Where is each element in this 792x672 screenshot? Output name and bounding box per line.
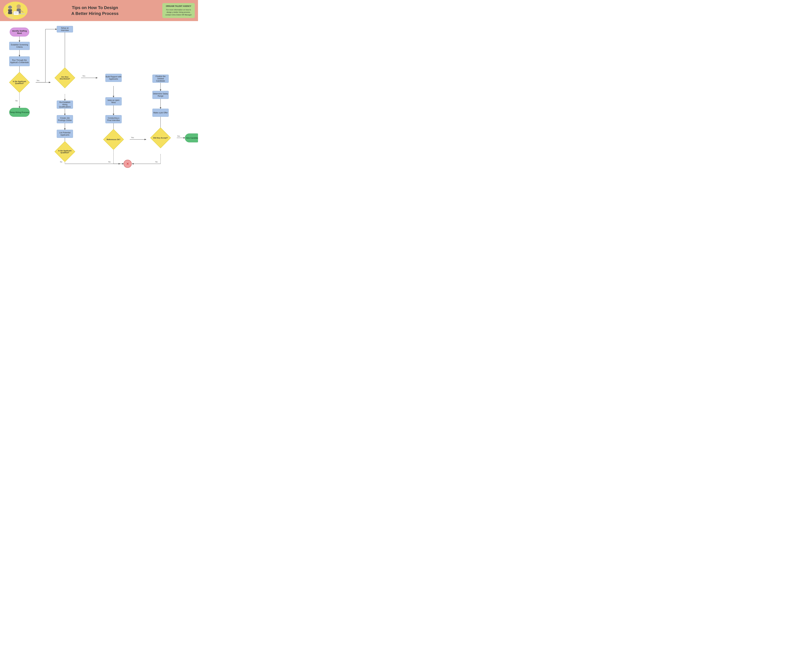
svg-line-4 [12, 11, 14, 13]
hire-candidate: hire Candidate [185, 133, 198, 142]
qualified-diamond-2: Is the Applicant Qualified? [57, 144, 73, 160]
header-info-box: ORIGAMI TALENT AGENCY For more informati… [162, 3, 195, 18]
references-diamond: References Ok? [106, 131, 122, 147]
identify-staffing-need: Identify Staffing Need [10, 27, 29, 37]
flowchart: No Yes Yes No Yes [0, 23, 198, 169]
svg-text:No: No [60, 161, 62, 163]
agency-desc: For more information on how to design a … [165, 9, 192, 16]
svg-point-0 [7, 16, 14, 19]
header-title-block: Tips on How To Design A Better Hiring Pr… [27, 5, 162, 16]
svg-line-3 [6, 11, 8, 14]
final-interview: Conducting a Final Interview [106, 115, 122, 123]
reject-circle: ✕ [123, 160, 132, 168]
svg-point-5 [16, 4, 21, 9]
header-title: Tips on How To Design A Better Hiring Pr… [27, 5, 162, 16]
shortlisted-diamond: Are they Shortlisted? [57, 70, 73, 86]
header-illustration [3, 2, 27, 19]
setup-interview: Setup an Interview [57, 26, 73, 32]
accept-diamond: Did they Accept? [152, 130, 169, 146]
svg-rect-10 [14, 11, 19, 15]
svg-text:No: No [108, 161, 110, 163]
keep-open-mind: keep an open Mind [106, 97, 122, 106]
svg-text:Yes: Yes [177, 135, 180, 137]
run-through-credentials: Run Through the Applicat's Credentials [9, 56, 30, 66]
svg-text:Yes: Yes [37, 80, 39, 82]
svg-line-8 [21, 11, 23, 12]
header: Tips on How To Design A Better Hiring Pr… [0, 0, 198, 21]
determine-salary: Determine Salary Range [152, 91, 169, 99]
make-job-offer: Make a job Offer [152, 109, 169, 117]
create-job-postings: Create Job Postings Online [57, 115, 73, 123]
list-potential-applicants: List Potential Applicants [57, 130, 73, 138]
qualified-diamond-1: Is the Applicant Qualified? [11, 74, 27, 91]
re-establish-hiring: Re-Establish Hiring Qualifications [57, 101, 73, 109]
establish-screening-criteria: Establish Screening Criteria [9, 42, 30, 50]
finalize-candidate: Finalize the Seleted Candidate [152, 75, 169, 83]
svg-text:No: No [15, 100, 18, 102]
agency-name: ORIGAMI TALENT AGENCY [165, 5, 192, 7]
temp-hiring-process: Temp Hiring Process [9, 108, 30, 117]
svg-text:No: No [155, 161, 158, 163]
svg-rect-2 [8, 9, 12, 14]
build-rapport: Build Rapport with Applicants [106, 74, 122, 82]
svg-text:Yes: Yes [82, 75, 85, 77]
svg-text:Yes: Yes [131, 136, 134, 139]
